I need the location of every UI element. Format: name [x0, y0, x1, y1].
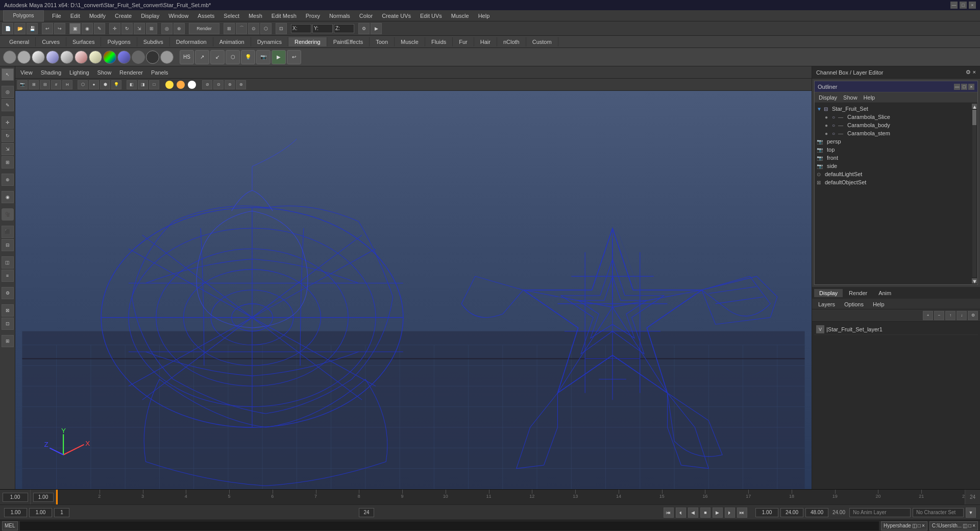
- vp2-xray-active-btn[interactable]: ⊛: [236, 80, 246, 89]
- shelf-tab-animation[interactable]: Animation: [213, 37, 251, 46]
- outliner-display-menu[interactable]: Display: [817, 93, 839, 102]
- rotate-btn[interactable]: ↻: [121, 23, 133, 34]
- quick-render-btn[interactable]: ▶: [371, 23, 382, 34]
- play-step-back-btn[interactable]: ⏴: [676, 508, 686, 518]
- play-start-btn[interactable]: ⏮: [664, 508, 674, 518]
- outliner-item[interactable]: ⊙defaultLightSet: [815, 170, 971, 178]
- layer-name[interactable]: |Star_Fruit_Set_layer1: [826, 326, 976, 332]
- menu-item-proxy[interactable]: Proxy: [302, 12, 324, 20]
- scale-btn[interactable]: ⇲: [134, 23, 145, 34]
- layer-new-btn[interactable]: +: [923, 311, 933, 320]
- layer-editor-btn[interactable]: ⬛: [2, 226, 14, 238]
- move-btn[interactable]: ✛: [109, 23, 120, 34]
- outliner-close-btn[interactable]: ×: [968, 84, 974, 90]
- menu-item-edit-mesh[interactable]: Edit Mesh: [267, 12, 301, 20]
- outliner-item[interactable]: ⊠defaultObjectSet: [815, 178, 971, 186]
- outliner-item[interactable]: 📷side: [815, 162, 971, 170]
- snap-grid-btn[interactable]: ⊞: [224, 23, 235, 34]
- outliner-help-menu[interactable]: Help: [862, 93, 877, 102]
- cb-tab-display[interactable]: Display: [814, 289, 843, 297]
- render-btn[interactable]: Render: [189, 23, 219, 34]
- start-frame-input[interactable]: [3, 493, 28, 502]
- hypershade-icon1[interactable]: ◫: [912, 523, 917, 528]
- scroll-down-btn[interactable]: ▼: [972, 278, 977, 283]
- second-panel-close[interactable]: ×: [972, 523, 975, 528]
- lasso-btn[interactable]: ◉: [82, 23, 93, 34]
- soft-mod-btn[interactable]: ◎: [161, 23, 173, 34]
- snap-point-btn[interactable]: ⊙: [248, 23, 259, 34]
- second-panel-icon2[interactable]: □: [968, 523, 971, 528]
- menu-item-normals[interactable]: Normals: [325, 12, 354, 20]
- hypershade-icon2[interactable]: □: [918, 523, 921, 528]
- show-manip-tool-btn[interactable]: ⊕: [2, 174, 14, 186]
- outliner-show-menu[interactable]: Show: [841, 93, 860, 102]
- shelf-tab-ncloth[interactable]: nCloth: [497, 37, 526, 46]
- scale-tool-btn[interactable]: ⇲: [2, 143, 14, 155]
- shelf-tab-toon[interactable]: Toon: [370, 37, 395, 46]
- mode-selector[interactable]: Polygons: [3, 10, 44, 21]
- scroll-thumb[interactable]: [972, 110, 976, 125]
- hypershade-panel[interactable]: Hypershade ◫ □ ×: [881, 521, 927, 530]
- play-fwd-btn[interactable]: ▶: [713, 508, 723, 518]
- anim-layer-selector[interactable]: No Anim Layer: [849, 508, 911, 517]
- outliner-scrollbar[interactable]: ▲ ▼: [971, 103, 977, 284]
- snap-surface-btn[interactable]: ⬡: [260, 23, 272, 34]
- menu-item-muscle[interactable]: Muscle: [447, 12, 473, 20]
- paint-select-btn[interactable]: ✎: [94, 23, 105, 34]
- rotate-tool-btn[interactable]: ↻: [2, 130, 14, 142]
- select-btn[interactable]: ▣: [69, 23, 81, 34]
- frame-counter-input[interactable]: [359, 508, 374, 517]
- cb-tab-render[interactable]: Render: [844, 289, 872, 297]
- outliner-item[interactable]: 📷top: [815, 146, 971, 154]
- second-panel[interactable]: C:\Users\th... ◫ □ ×: [929, 521, 978, 530]
- layer-move-down-btn[interactable]: ↓: [957, 311, 967, 320]
- playback-start-input[interactable]: [4, 508, 27, 517]
- undo-btn[interactable]: ↩: [42, 23, 53, 34]
- outliner-item[interactable]: ●○—Carambola_body: [815, 121, 971, 129]
- vp2-xray-btn[interactable]: ⊙: [213, 80, 224, 89]
- shelf-blinn-icon[interactable]: [60, 51, 74, 64]
- move-tool-btn[interactable]: ✛: [2, 116, 14, 129]
- visibility-toggle-icon[interactable]: ●: [825, 131, 828, 136]
- shelf-tab-muscle[interactable]: Muscle: [395, 37, 425, 46]
- transform-btn[interactable]: ⊞: [146, 23, 157, 34]
- outliner-item[interactable]: ●○—Carambola_Slice: [815, 113, 971, 121]
- play-step-fwd-btn[interactable]: ⏵: [725, 508, 735, 518]
- playback-frame-input[interactable]: [54, 508, 69, 517]
- cb-tab-anim[interactable]: Anim: [873, 289, 896, 297]
- render-layer-btn[interactable]: ⊡: [2, 318, 14, 330]
- shelf-flat-icon[interactable]: [160, 51, 174, 64]
- show-manip-btn[interactable]: ⊕: [174, 23, 185, 34]
- play-end-btn[interactable]: ⏭: [737, 508, 747, 518]
- timeline-ruler[interactable]: 12345678910111213141516171819202122: [56, 490, 965, 504]
- visibility-toggle-icon[interactable]: ●: [825, 114, 828, 120]
- maximize-button[interactable]: □: [960, 2, 967, 9]
- menu-item-color[interactable]: Color: [355, 12, 377, 20]
- vp2-xray-bones-btn[interactable]: ⊚: [225, 80, 235, 89]
- new-scene-btn[interactable]: 📄: [2, 23, 13, 34]
- vp2-filmgate-btn[interactable]: ⊞: [29, 80, 39, 89]
- shelf-import-icon[interactable]: ↙: [210, 50, 225, 64]
- rp-settings-btn[interactable]: ⚙: [966, 69, 971, 76]
- second-panel-icon1[interactable]: ◫: [963, 523, 967, 528]
- anim-end-input[interactable]: [805, 508, 828, 517]
- playback-current-input[interactable]: [29, 508, 52, 517]
- cb-subtab-layers[interactable]: Layers: [814, 301, 839, 308]
- vp-panels-menu[interactable]: Panels: [149, 68, 170, 77]
- shelf-camera-icon[interactable]: 📷: [256, 50, 271, 64]
- play-back-btn[interactable]: ◀: [688, 508, 698, 518]
- vp2-shadow-btn[interactable]: ◧: [127, 80, 137, 89]
- menu-item-assets[interactable]: Assets: [193, 12, 218, 20]
- viewport[interactable]: X Y Z: [15, 91, 812, 489]
- vp2-res-btn[interactable]: ⊟: [40, 80, 50, 89]
- menu-item-mesh[interactable]: Mesh: [244, 12, 266, 20]
- soft-select-btn[interactable]: ◉: [2, 191, 14, 203]
- close-button[interactable]: ×: [969, 2, 976, 9]
- playback-options-btn[interactable]: ▼: [966, 508, 976, 518]
- scroll-up-btn[interactable]: ▲: [972, 104, 977, 109]
- quick-layout-btn[interactable]: ⊞: [2, 335, 14, 347]
- layer-visibility-btn[interactable]: V: [816, 325, 824, 333]
- vp2-texture-btn[interactable]: ⬢: [100, 80, 110, 89]
- shelf-dark-icon[interactable]: [146, 51, 159, 64]
- shelf-render2-icon[interactable]: ▶: [272, 50, 286, 64]
